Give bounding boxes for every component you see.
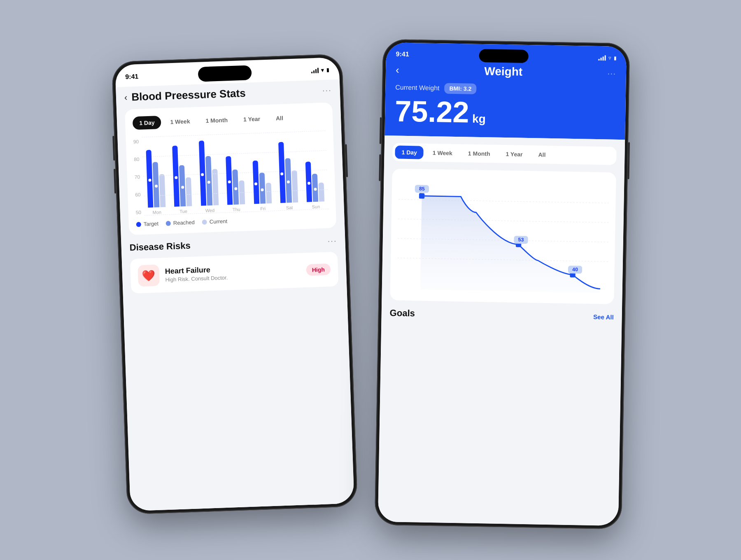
bar-fri-dark (252, 161, 259, 204)
bar-dot (287, 180, 290, 183)
bar-dot (314, 188, 317, 191)
bar-group-tue: Tue (168, 136, 196, 214)
bar-mon-dark (146, 150, 154, 208)
tab-all[interactable]: All (269, 111, 290, 125)
disease-more-button[interactable]: ··· (327, 236, 337, 246)
bar-dot (201, 173, 204, 176)
bar-group-sat: Sat (274, 132, 302, 210)
weight-value: 75.22 (395, 96, 469, 127)
disease-card-heart-failure[interactable]: ❤️ Heart Failure High Risk. Consult Doct… (130, 252, 339, 294)
day-label-mon: Mon (152, 210, 161, 215)
y-axis: 90 80 70 60 50 (133, 137, 141, 215)
bars-container: Mon Tue (142, 131, 329, 215)
volume-down-btn-2[interactable] (379, 154, 381, 181)
phone2-tab-1week[interactable]: 1 Week (426, 146, 459, 160)
phone1-content: ‹ Blood Preessure Stats ··· 1 Day 1 Week… (116, 79, 354, 511)
day-label-sat: Sat (286, 205, 293, 210)
phone-blood-pressure: 9:41 ▾ ▮ ‹ Blood Preessure (112, 54, 358, 515)
bar-cols-mon (146, 137, 166, 208)
bar-wed-light (212, 169, 219, 205)
legend-dot-current (202, 219, 207, 224)
tab-1month[interactable]: 1 Month (199, 113, 235, 128)
bar-fri-light (266, 183, 272, 203)
bar-wed-dark (199, 140, 207, 205)
day-label-fri: Fri (260, 206, 266, 211)
weight-chart-svg: 85 53 40 (397, 175, 610, 298)
power-btn-2[interactable] (627, 142, 630, 179)
phone2-time: 9:41 (396, 50, 409, 58)
signal-icon-2 (599, 55, 606, 61)
page-title: Blood Preessure Stats (131, 84, 319, 104)
bar-chart-wrapper: 90 80 70 60 50 (133, 131, 328, 215)
y-label-80: 80 (134, 156, 140, 162)
volume-up-btn-2[interactable] (380, 117, 382, 144)
phone2-tab-all[interactable]: All (531, 148, 552, 161)
volume-down-btn[interactable] (114, 169, 116, 194)
phone2-screen: 9:41 ▿ ▮ (378, 42, 627, 526)
bar-sun-dark (305, 161, 312, 202)
bar-cols-thu (225, 134, 245, 205)
phone2-tab-1day[interactable]: 1 Day (395, 145, 424, 159)
wifi-icon: ▾ (321, 67, 324, 73)
day-label-sun: Sun (312, 204, 320, 210)
bar-sat-dark (278, 142, 286, 203)
tooltip-label-40: 40 (572, 267, 578, 273)
bar-dot (308, 182, 310, 184)
bar-group-wed: Wed (195, 135, 222, 213)
day-label-thu: Thu (233, 207, 240, 212)
heart-icon: ❤️ (142, 269, 156, 282)
tab-1year[interactable]: 1 Year (237, 112, 267, 126)
phone2-back-button[interactable]: ‹ (396, 63, 399, 76)
goals-header: Goals See All (390, 308, 614, 322)
bar-tue-light (186, 177, 192, 206)
power-btn[interactable] (345, 144, 348, 177)
bar-sat-light (291, 170, 298, 203)
signal-icon (311, 68, 319, 74)
tooltip-label-85: 85 (419, 186, 425, 191)
bar-dot (281, 173, 284, 175)
legend-target: Target (136, 220, 159, 227)
bmi-badge: BMI: 3.2 (444, 83, 476, 94)
see-all-button[interactable]: See All (593, 313, 614, 320)
phone2-more-button[interactable]: ··· (608, 69, 616, 78)
bar-sun-light (319, 182, 325, 201)
more-menu-button[interactable]: ··· (322, 85, 332, 95)
phone2-body: 1 Day 1 Week 1 Month 1 Year All (378, 135, 625, 526)
tab-1week[interactable]: 1 Week (163, 114, 197, 129)
bar-dot (261, 188, 263, 191)
blood-pressure-chart-card: 1 Day 1 Week 1 Month 1 Year All 90 80 70 (125, 102, 336, 235)
volume-up-btn[interactable] (112, 136, 115, 161)
bar-mon-mid (153, 162, 160, 207)
disease-info: Heart Failure High Risk. Consult Doctor. (165, 262, 301, 282)
phone2-content: 9:41 ▿ ▮ (378, 42, 627, 526)
phone2-tab-1year[interactable]: 1 Year (499, 147, 529, 161)
scene: 9:41 ▾ ▮ ‹ Blood Preessure (103, 33, 638, 527)
legend-label-reached: Reached (173, 219, 195, 226)
goals-title: Goals (390, 308, 415, 319)
back-button[interactable]: ‹ (124, 92, 128, 103)
risk-badge: High (306, 264, 331, 276)
y-label-60: 60 (135, 192, 141, 198)
tab-1day[interactable]: 1 Day (133, 116, 161, 130)
phone1-time: 9:41 (125, 73, 139, 81)
phone2-status-icons: ▿ ▮ (599, 54, 617, 61)
phone2-tab-1month[interactable]: 1 Month (461, 147, 497, 160)
battery-icon: ▮ (326, 67, 329, 73)
phone2-title: Weight (484, 65, 522, 79)
y-label-50: 50 (136, 210, 142, 215)
bar-wed-mid (205, 156, 212, 205)
bar-dot (148, 179, 151, 182)
legend-dot-target (136, 222, 141, 226)
disease-icon: ❤️ (137, 264, 160, 287)
bar-group-thu: Thu (221, 134, 249, 212)
bar-tue-mid (179, 165, 186, 206)
bar-cols-wed (198, 135, 219, 205)
bar-dot (181, 186, 184, 189)
bar-sun-mid (312, 174, 318, 202)
bar-thu-mid (232, 170, 239, 205)
datapoint-1 (419, 193, 425, 199)
current-weight-label: Current Weight (395, 84, 440, 92)
bar-dot (234, 187, 237, 190)
phone2-header: 9:41 ▿ ▮ (384, 42, 627, 140)
phone2-dynamic-island (479, 49, 529, 63)
